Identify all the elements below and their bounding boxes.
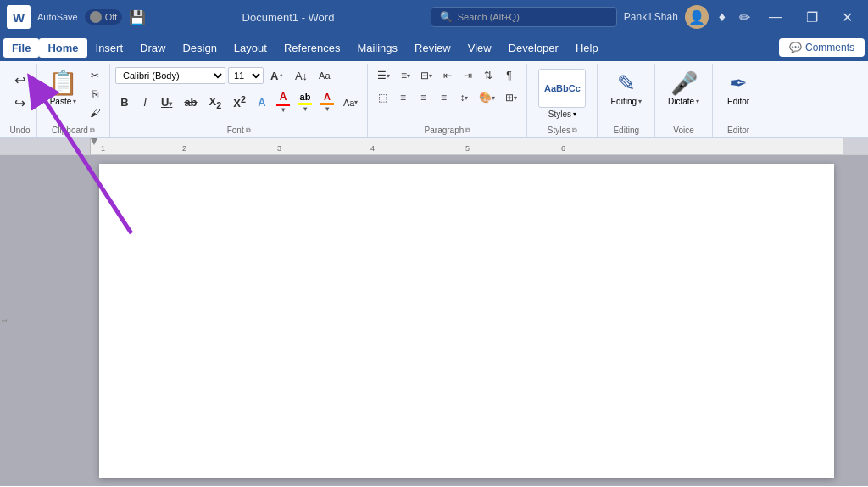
document-page[interactable] (99, 164, 834, 478)
menu-view[interactable]: View (459, 38, 500, 58)
comments-label: Comments (805, 42, 854, 53)
align-right-button[interactable]: ≡ (414, 88, 432, 107)
voice-group: 🎤 Dictate ▾ Voice (655, 64, 713, 137)
styles-preview-box[interactable]: AaBbCc (538, 69, 586, 108)
line-spacing-button[interactable]: ↕▾ (454, 88, 473, 107)
autosave-toggle[interactable]: Off (85, 9, 122, 25)
menu-home[interactable]: Home (39, 38, 86, 58)
undo-label: Undo (10, 124, 31, 137)
align-center-button[interactable]: ≡ (393, 88, 412, 107)
ruler-right-margin (843, 138, 868, 154)
pen-icon[interactable]: ✏ (736, 8, 754, 27)
shading-dropdown[interactable]: ▾ (326, 105, 329, 113)
styles-dropdown-arrow[interactable]: ▾ (573, 110, 576, 118)
paragraph-expand-icon[interactable]: ⧉ (465, 126, 470, 135)
font-name-dropdown[interactable]: Calibri (Body) (115, 67, 225, 84)
menu-file[interactable]: File (3, 38, 39, 58)
menu-draw[interactable]: Draw (131, 38, 174, 58)
paste-button[interactable]: 📋 Paste ▾ (42, 66, 84, 109)
font-size-dropdown[interactable]: 11 (228, 67, 264, 84)
justify-button[interactable]: ≡ (434, 88, 453, 107)
numbering-button[interactable]: ≡▾ (396, 66, 415, 85)
increase-indent-button[interactable]: ⇥ (459, 66, 477, 85)
dictate-dropdown-arrow[interactable]: ▾ (696, 98, 699, 105)
underline-button[interactable]: U▾ (156, 93, 177, 111)
toggle-knob (90, 11, 102, 23)
dictate-btn-label: Dictate ▾ (668, 97, 699, 106)
font-color-dropdown[interactable]: ▾ (281, 106, 285, 114)
bold-button[interactable]: B (115, 93, 134, 111)
subscript-button[interactable]: X2 (204, 92, 227, 113)
editing-button[interactable]: ✎ Editing ▾ (603, 66, 649, 110)
highlight-color-button[interactable]: ab ▾ (295, 89, 315, 115)
title-bar: W AutoSave Off 💾 Document1 - Word 🔍 Sear… (0, 0, 868, 34)
menu-design[interactable]: Design (174, 38, 225, 58)
editing-label: Editing (613, 124, 639, 137)
clear-format-button[interactable]: Aa (314, 66, 334, 85)
close-button[interactable]: ✕ (833, 9, 861, 25)
format-painter-button[interactable]: 🖌 (86, 104, 104, 122)
menu-insert[interactable]: Insert (87, 38, 132, 58)
superscript-button[interactable]: X2 (228, 92, 251, 112)
editing-btn-label: Editing ▾ (610, 97, 642, 106)
menu-layout[interactable]: Layout (225, 38, 275, 58)
decrease-indent-button[interactable]: ⇤ (438, 66, 457, 85)
strikethrough-button[interactable]: ab (179, 93, 202, 111)
cut-button[interactable]: ✂ (86, 66, 104, 85)
editing-group: ✎ Editing ▾ Editing (598, 64, 655, 137)
editor-button[interactable]: ✒ Editor (720, 66, 757, 110)
editor-icon: ✒ (729, 70, 748, 97)
styles-label: Styles ⧉ (548, 124, 577, 137)
increase-font-button[interactable]: A↑ (266, 66, 288, 85)
shading-paragraph-button[interactable]: 🎨▾ (475, 88, 499, 107)
change-case-button[interactable]: Aa▾ (339, 93, 362, 112)
paste-dropdown-arrow: ▾ (73, 98, 76, 105)
font-color-button[interactable]: A ▾ (273, 88, 293, 116)
font-expand-icon[interactable]: ⧉ (246, 126, 251, 135)
ruler-content: 1 2 3 4 5 6 (91, 138, 843, 154)
menu-review[interactable]: Review (406, 38, 459, 58)
show-marks-button[interactable]: ¶ (499, 66, 518, 85)
menu-help[interactable]: Help (567, 38, 607, 58)
redo-button[interactable]: ↪ (10, 92, 30, 114)
minimize-button[interactable]: — (760, 9, 791, 25)
menu-mailings[interactable]: Mailings (348, 38, 406, 58)
editing-dropdown-arrow[interactable]: ▾ (638, 98, 642, 105)
ruler: 1 2 3 4 5 6 (0, 138, 868, 155)
toggle-state: Off (105, 12, 117, 22)
menu-developer[interactable]: Developer (500, 38, 567, 58)
save-icon[interactable]: 💾 (129, 9, 146, 25)
menu-bar: File Home Insert Draw Design Layout Refe… (0, 34, 868, 61)
italic-button[interactable]: I (136, 93, 154, 111)
text-effect-button[interactable]: A (253, 93, 271, 112)
paragraph-group: ☰▾ ≡▾ ⊟▾ ⇤ ⇥ ⇅ ¶ ⬚ ≡ ≡ ≡ ↕▾ 🎨▾ ⊞▾ (368, 64, 527, 137)
sort-button[interactable]: ⇅ (479, 66, 498, 85)
doc-left-margin: 1 (0, 155, 91, 486)
borders-button[interactable]: ⊞▾ (501, 88, 521, 107)
search-box[interactable]: 🔍 Search (Alt+Q) (431, 7, 617, 27)
restore-button[interactable]: ❐ (798, 9, 826, 25)
autosave-label: AutoSave (37, 12, 78, 22)
editor-label: Editor (727, 124, 749, 137)
align-left-button[interactable]: ⬚ (373, 88, 392, 107)
search-placeholder: Search (Alt+Q) (458, 12, 520, 22)
clipboard-expand-icon[interactable]: ⧉ (90, 126, 95, 135)
ruler-left-margin (0, 138, 91, 154)
styles-expand-icon[interactable]: ⧉ (572, 126, 577, 135)
undo-button[interactable]: ↩ (10, 70, 30, 91)
user-name: Pankil Shah (624, 11, 678, 23)
copy-button[interactable]: ⎘ (86, 85, 104, 104)
document-title: Document1 - Word (153, 11, 424, 24)
editing-icon: ✎ (617, 70, 636, 97)
paste-label: Paste ▾ (50, 97, 77, 106)
gem-icon[interactable]: ♦ (715, 8, 729, 26)
decrease-font-button[interactable]: A↓ (291, 66, 312, 85)
shading-color-button[interactable]: A ▾ (317, 89, 337, 115)
highlight-dropdown[interactable]: ▾ (303, 105, 307, 113)
dictate-button[interactable]: 🎤 Dictate ▾ (660, 66, 707, 110)
styles-button[interactable]: AaBbCc Styles ▾ (532, 66, 592, 121)
multilevel-list-button[interactable]: ⊟▾ (416, 66, 437, 85)
menu-references[interactable]: References (275, 38, 348, 58)
bullets-button[interactable]: ☰▾ (373, 66, 394, 85)
comments-button[interactable]: 💬 Comments (779, 38, 865, 57)
